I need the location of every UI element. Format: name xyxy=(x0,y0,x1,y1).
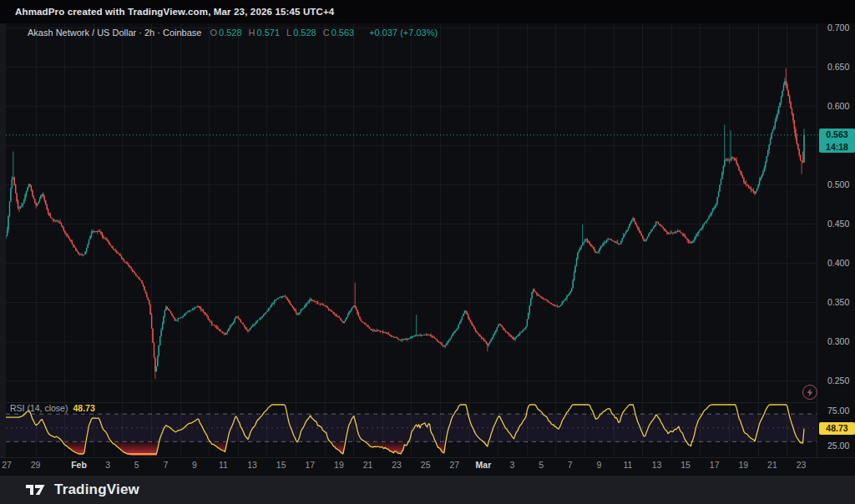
ohlc-key: C xyxy=(323,28,330,38)
time-tick-label: 5 xyxy=(134,459,139,471)
symbol-legend[interactable]: Akash Network / US Dollar · 2h · Coinbas… xyxy=(28,28,438,38)
attribution-text: AhmadPro created with TradingView.com, M… xyxy=(15,7,334,17)
time-tick-label: 9 xyxy=(596,459,601,471)
time-tick-label: 19 xyxy=(738,459,748,471)
lightning-button[interactable] xyxy=(802,385,817,400)
footer-bar: TradingView xyxy=(0,476,855,504)
ohlc-key: L xyxy=(286,28,291,38)
time-tick-label: Mar xyxy=(476,459,492,471)
rsi-value: 48.73 xyxy=(73,403,94,413)
ohlc-key: O xyxy=(210,28,217,38)
time-tick-label: 25 xyxy=(421,459,431,471)
time-tick-label: 15 xyxy=(276,459,286,471)
symbol-title[interactable]: Akash Network / US Dollar · 2h · Coinbas… xyxy=(28,28,201,38)
time-tick-label: 21 xyxy=(767,459,777,471)
rsi-legend[interactable]: RSI (14, close) 48.73 xyxy=(10,403,95,413)
time-tick-label: 5 xyxy=(539,459,544,471)
time-tick-label: 23 xyxy=(392,459,402,471)
rsi-tick-label: 25.00 xyxy=(827,441,849,451)
time-tick-label: 11 xyxy=(219,459,228,471)
time-tick-label: 3 xyxy=(510,459,515,471)
price-tick-label: 0.350 xyxy=(827,297,849,307)
time-tick-label: 23 xyxy=(797,459,807,471)
time-tick-label: 27 xyxy=(2,459,12,471)
tradingview-chart-screenshot: AhmadPro created with TradingView.com, M… xyxy=(0,0,855,504)
rsi-tick-label: 75.00 xyxy=(827,406,849,416)
rsi-value-badge: 48.73 xyxy=(819,422,855,435)
ohlc-value: 0.528 xyxy=(219,28,242,38)
time-tick-label: 15 xyxy=(680,459,691,471)
price-tick-label: 0.400 xyxy=(827,258,849,268)
time-tick-label: 21 xyxy=(363,459,373,471)
time-tick-label: 17 xyxy=(305,459,315,471)
time-tick-label: 13 xyxy=(652,459,662,471)
time-tick-label: 27 xyxy=(449,459,459,471)
time-tick-label: 13 xyxy=(247,459,257,471)
price-tick-label: 0.500 xyxy=(827,179,849,189)
price-tick-label: 0.250 xyxy=(827,375,849,386)
time-tick-label: 19 xyxy=(334,459,344,471)
left-gutter xyxy=(0,23,6,457)
price-tick-label: 0.650 xyxy=(827,62,849,72)
time-tick-label: 29 xyxy=(31,459,41,471)
last-price-badge: 0.563 14:18 xyxy=(819,129,855,153)
rsi-label: RSI (14, close) xyxy=(10,403,68,413)
ohlc-value: 0.528 xyxy=(293,28,316,38)
time-tick-label: Feb xyxy=(71,459,87,471)
time-tick-label: 11 xyxy=(623,459,632,471)
price-tick-label: 0.300 xyxy=(827,336,849,346)
price-tick-label: 0.450 xyxy=(827,219,849,229)
ohlc-values: O0.528H0.571L0.528C0.563 xyxy=(210,28,361,38)
time-tick-label: 3 xyxy=(105,459,110,471)
ohlc-key: H xyxy=(249,28,255,38)
time-tick-label: 17 xyxy=(710,459,720,471)
lightning-icon xyxy=(807,388,813,397)
time-tick-label: 7 xyxy=(163,459,168,471)
price-tick-label: 0.700 xyxy=(827,23,849,33)
bar-countdown: 14:18 xyxy=(819,141,855,154)
change-value: +0.037 (+7.03%) xyxy=(369,28,438,38)
tradingview-brand[interactable]: TradingView xyxy=(54,481,139,498)
price-scale[interactable] xyxy=(817,23,855,457)
last-price-value: 0.563 xyxy=(819,129,855,141)
ohlc-value: 0.571 xyxy=(257,28,281,38)
time-tick-label: 9 xyxy=(192,459,197,471)
chart-canvas[interactable] xyxy=(0,0,855,504)
tradingview-logo-icon[interactable] xyxy=(25,482,47,497)
price-tick-label: 0.600 xyxy=(827,101,849,111)
attribution-bar: AhmadPro created with TradingView.com, M… xyxy=(0,0,855,23)
time-tick-label: 7 xyxy=(568,459,573,471)
ohlc-value: 0.563 xyxy=(331,28,355,38)
